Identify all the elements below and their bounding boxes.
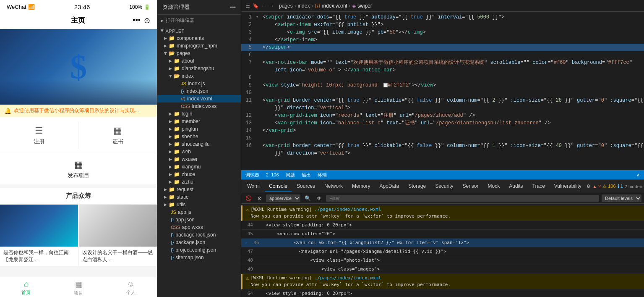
breadcrumb-pages[interactable]: pages: [279, 3, 293, 9]
status-collapse[interactable]: ∧: [636, 172, 640, 178]
preserve-log-btn[interactable]: ⊘: [256, 194, 263, 202]
status-terminal: 终端: [318, 172, 327, 178]
folder-xiangmu[interactable]: ▶ 📁 xiangmu: [157, 163, 241, 171]
file-package-json[interactable]: {} package.json: [157, 239, 241, 246]
folder-web[interactable]: ▶ 📁 web: [157, 148, 241, 155]
breadcrumb-swiper[interactable]: swiper: [357, 3, 372, 9]
service-select[interactable]: appservice: [266, 194, 300, 202]
inspect-btn[interactable]: 🔍: [303, 194, 313, 202]
bookmark-icon[interactable]: 🔖: [253, 3, 259, 9]
product-image-1: [0, 205, 78, 247]
file-index-wxml[interactable]: ⟨/⟩ index.wxml: [157, 95, 241, 103]
nav-item-project[interactable]: ▦ 项目: [52, 280, 105, 296]
console-filter-input[interactable]: [326, 195, 599, 202]
camera-icon[interactable]: ⊙: [144, 16, 150, 25]
folder-index[interactable]: ▶ 📂 index: [157, 72, 241, 80]
folder-login[interactable]: ▶ 📁 login: [157, 110, 241, 118]
tab-network[interactable]: Network: [320, 181, 347, 192]
product-card-2[interactable]: 以设计的名义干一桶白酒——燃点白酒私人...: [79, 205, 157, 266]
file-index-wxss[interactable]: CSS index.wxss: [157, 103, 241, 110]
clear-console-btn[interactable]: 🚫: [244, 194, 253, 202]
tab-memory[interactable]: Memory: [348, 181, 374, 192]
folder-dianzihengshu[interactable]: ▶ 📁 dianzihengshu: [157, 65, 241, 72]
more-icon[interactable]: •••: [133, 16, 141, 25]
menu-icon[interactable]: ☰: [245, 3, 250, 9]
code-lines: 1 ▾ <swiper indicator-dots="{{ true }}" …: [241, 12, 644, 170]
folder-about[interactable]: ▶ 📁 about: [157, 57, 241, 65]
folder-miniprogram-npm[interactable]: ▶ 📁 miniprogram_npm: [157, 42, 241, 50]
folder-utils[interactable]: ▶ 📁 utils: [157, 201, 241, 208]
tab-sensor[interactable]: Sensor: [459, 181, 483, 192]
tab-appdata[interactable]: AppData: [375, 181, 403, 192]
settings-icon[interactable]: ⚙: [587, 184, 591, 189]
breadcrumb-index[interactable]: index: [298, 3, 310, 9]
filetree-more-icon[interactable]: •••: [230, 4, 236, 11]
tab-vulnerability[interactable]: Vulnerability: [550, 181, 586, 192]
tab-sources[interactable]: Sources: [292, 181, 319, 192]
js-file-icon: JS: [171, 210, 176, 215]
folder-pinglun[interactable]: ▶ 📁 pinglun: [157, 125, 241, 133]
nav-item-home[interactable]: ⌂ 首页: [0, 280, 52, 296]
console-warning-1: ⚠ [WXML Runtime warning] ./pages/index/i…: [241, 205, 644, 221]
line-content: <van-grid border center="{{ true }}" cli…: [261, 142, 644, 150]
folder-pages[interactable]: ▶ 📂 pages: [157, 50, 241, 57]
tab-wxml[interactable]: Wxml: [243, 181, 264, 192]
folder-member[interactable]: ▶ 📁 member: [157, 118, 241, 125]
file-app-json[interactable]: {} app.json: [157, 216, 241, 223]
file-app-js[interactable]: JS app.js: [157, 208, 241, 216]
file-index-json[interactable]: {} index.json: [157, 87, 241, 95]
tab-security[interactable]: Security: [431, 181, 457, 192]
folder-zhuce[interactable]: ▶ 📁 zhuce: [157, 171, 241, 178]
code-editor-wrapper: 1 ▾ <swiper indicator-dots="{{ true }}" …: [241, 12, 644, 297]
tab-storage[interactable]: Storage: [404, 181, 430, 192]
eye-btn[interactable]: 👁: [315, 194, 323, 202]
file-package-lock-json[interactable]: {} package-lock.json: [157, 231, 241, 239]
publish-project-btn[interactable]: ▦ 发布项目: [0, 154, 157, 188]
open-editors-section: ▶ 打开的编辑器: [157, 15, 241, 26]
nav-item-profile[interactable]: ☺ 个人: [104, 280, 157, 296]
tab-trace[interactable]: Trace: [528, 181, 549, 192]
folder-zizhu[interactable]: ▶ 📁 zizhu: [157, 178, 241, 186]
grid-item-certificate[interactable]: ▦ 证书: [78, 122, 157, 149]
section-title: 产品众筹: [0, 188, 157, 205]
devtools-panel: Wxml Console Sources Network Memory AppD…: [241, 179, 644, 297]
wxss-file-icon: CSS: [171, 225, 180, 230]
hidden-count: 2 hidden: [625, 184, 642, 189]
publish-icon: ▦: [74, 159, 83, 170]
tab-console[interactable]: Console: [265, 181, 292, 192]
log-levels-select[interactable]: Default levels: [602, 194, 641, 202]
line-content: }}" direction="vertical">: [261, 150, 644, 157]
nav-forward-icon[interactable]: →: [269, 3, 274, 9]
nav-back-icon[interactable]: ←: [261, 3, 266, 9]
folder-components[interactable]: ▶ 📁 components: [157, 34, 241, 42]
file-sitemap-json[interactable]: {} sitemap.json: [157, 254, 241, 261]
console-line-47: 47 <navigator url="/pages/xiangmu/detail…: [241, 247, 644, 256]
code-line-15: 15: [241, 134, 644, 142]
grid-item-register[interactable]: ☰ 注册: [0, 122, 78, 149]
folder-wxuser[interactable]: ▶ 📁 wxuser: [157, 155, 241, 163]
folder-shoucangjilu[interactable]: ▶ 📁 shoucangjilu: [157, 140, 241, 148]
file-index-js[interactable]: JS index.js: [157, 80, 241, 87]
file-project-config-json[interactable]: {} project.config.json: [157, 246, 241, 254]
shoucangjilu-arrow: ▶: [169, 142, 172, 146]
product-image-2: [79, 205, 157, 247]
file-app-wxss[interactable]: CSS app.wxss: [157, 223, 241, 231]
console-text-64: <view style="padding: 0 20rpx">: [255, 290, 641, 297]
folder-static[interactable]: ▶ 📁 static: [157, 193, 241, 201]
editor-panel: ☰ 🔖 ← → pages › index › ⟨/⟩ index.wxml ›…: [241, 0, 644, 297]
line-content: }}" direction="vertical">: [261, 104, 644, 112]
code-line-12: 12 <van-grid-item icon="records" text="注…: [241, 112, 644, 119]
code-line-14: 14 </van-grid>: [241, 127, 644, 134]
fold-arrow[interactable]: ▾: [256, 13, 261, 21]
folder-icon: 📁: [174, 141, 180, 147]
product-card-1[interactable]: 是否你也和我一样，向往江南【龙泉青瓷江...: [0, 205, 78, 266]
breadcrumb-wxml[interactable]: index.wxml: [322, 3, 347, 9]
line-num: 44: [245, 222, 253, 229]
line-content: <swiper-item wx:for="{{ bhtList }}">: [261, 21, 644, 29]
folder-request[interactable]: ▶ 📁 request: [157, 186, 241, 193]
folder-shenhe[interactable]: ▶ 📁 shenhe: [157, 133, 241, 140]
tab-audits[interactable]: Audits: [505, 181, 527, 192]
folder-icon: 📁: [174, 164, 180, 170]
tab-mock[interactable]: Mock: [484, 181, 504, 192]
code-area[interactable]: 1 ▾ <swiper indicator-dots="{{ true }}" …: [241, 12, 644, 170]
